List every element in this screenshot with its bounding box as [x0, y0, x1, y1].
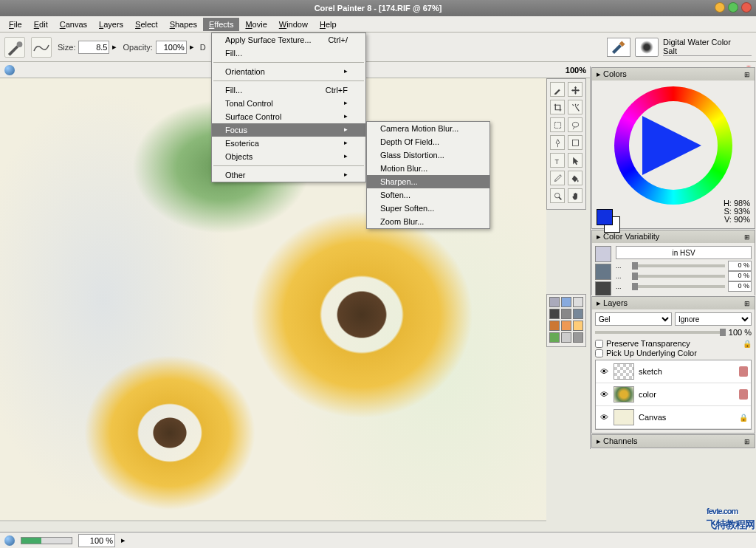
visibility-icon[interactable]: 👁 — [599, 367, 609, 376]
layer-item[interactable]: 👁color — [596, 383, 751, 406]
swatch[interactable] — [561, 321, 571, 331]
swatch[interactable] — [573, 332, 583, 343]
variability-swatch[interactable] — [595, 246, 611, 262]
swatch[interactable] — [573, 297, 583, 307]
effects-item[interactable]: Orientation — [212, 65, 365, 78]
layer-item[interactable]: 👁sketch — [596, 360, 751, 383]
channels-panel-header[interactable]: ▸ Channels ⊞ — [592, 435, 755, 448]
wand-tool[interactable] — [568, 100, 583, 114]
menu-file[interactable]: File — [3, 18, 28, 31]
variability-mode-select[interactable] — [616, 246, 752, 259]
variability-slider[interactable] — [632, 275, 725, 278]
effects-item[interactable]: Tonal Control — [212, 97, 365, 110]
foreground-background-swatches[interactable] — [597, 209, 613, 225]
panel-menu-icon[interactable]: ⊞ — [744, 438, 750, 445]
menu-canvas[interactable]: Canvas — [54, 18, 93, 31]
variability-slider[interactable] — [632, 264, 725, 267]
dropper-tool[interactable] — [550, 171, 565, 185]
close-button[interactable] — [741, 2, 752, 13]
focus-item[interactable]: Soften... — [367, 188, 489, 202]
focus-item[interactable]: Depth Of Field... — [367, 135, 489, 148]
brush-text[interactable]: Digital Water Color Salt — [663, 38, 752, 56]
maximize-button[interactable] — [728, 2, 738, 13]
focus-item[interactable]: Zoom Blur... — [367, 215, 489, 228]
focus-item[interactable]: Camera Motion Blur... — [367, 122, 489, 135]
variability-value[interactable]: 0 % — [728, 261, 752, 271]
bucket-tool[interactable] — [568, 171, 583, 185]
swatch[interactable] — [549, 309, 560, 319]
panel-menu-icon[interactable]: ⊞ — [744, 233, 750, 241]
effects-item[interactable]: Esoterica — [212, 137, 365, 150]
zoom-input[interactable] — [78, 534, 115, 547]
freehand-stroke-icon[interactable] — [31, 37, 52, 58]
focus-item[interactable]: Motion Blur... — [367, 162, 489, 175]
composite-method-select[interactable]: Ignore — [675, 312, 752, 326]
menu-shapes[interactable]: Shapes — [164, 18, 203, 31]
pickup-color-checkbox[interactable] — [595, 349, 603, 357]
effects-item[interactable]: Focus — [212, 123, 365, 137]
variability-swatch[interactable] — [595, 264, 611, 280]
move-tool[interactable] — [568, 82, 583, 97]
effects-item[interactable]: Other — [212, 168, 365, 182]
opacity-spinner-icon[interactable]: ▸ — [190, 42, 194, 52]
lasso-tool[interactable] — [568, 117, 583, 132]
menu-window[interactable]: Window — [273, 18, 314, 31]
focus-item[interactable]: Glass Distortion... — [367, 148, 489, 162]
shape-tool[interactable] — [568, 135, 583, 150]
swatch[interactable] — [549, 332, 560, 343]
menu-select[interactable]: Select — [129, 18, 164, 31]
hand-tool[interactable] — [568, 188, 583, 203]
effects-item[interactable]: Objects — [212, 150, 365, 163]
marquee-tool[interactable] — [550, 117, 565, 132]
brush-tool[interactable] — [550, 82, 565, 97]
focus-item[interactable]: Sharpen... — [367, 175, 489, 188]
foreground-color-swatch[interactable] — [597, 209, 613, 225]
layer-item[interactable]: 👁Canvas🔒 — [596, 406, 751, 429]
menu-effects[interactable]: Effects — [203, 18, 239, 31]
layer-mask-icon[interactable] — [739, 366, 748, 377]
pen-tool[interactable] — [550, 135, 565, 150]
preserve-transparency-checkbox[interactable] — [595, 340, 603, 348]
size-spinner-icon[interactable]: ▸ — [112, 42, 117, 52]
size-input[interactable] — [78, 41, 109, 54]
effects-item[interactable]: Surface Control — [212, 110, 365, 123]
minimize-button[interactable] — [715, 2, 725, 13]
layer-opacity-slider[interactable] — [595, 331, 726, 334]
effects-item[interactable]: Fill... — [212, 47, 365, 60]
swatch[interactable] — [561, 309, 571, 319]
zoom-tool[interactable] — [550, 188, 565, 203]
crop-tool[interactable] — [550, 100, 565, 114]
layer-opacity-value[interactable]: 100 % — [729, 328, 752, 337]
swatch[interactable] — [561, 297, 571, 307]
color-triangle[interactable] — [642, 116, 701, 175]
colors-panel-header[interactable]: ▸ Colors ⊞ — [592, 68, 755, 81]
blend-mode-select[interactable]: Gel — [595, 312, 672, 326]
panel-menu-icon[interactable]: ⊞ — [744, 71, 750, 78]
layers-panel-header[interactable]: ▸ Layers ⊞ — [592, 297, 755, 309]
swatch[interactable] — [549, 297, 560, 307]
menu-edit[interactable]: Edit — [28, 18, 54, 31]
focus-item[interactable]: Super Soften... — [367, 202, 489, 215]
pointer-tool[interactable] — [568, 153, 583, 168]
menu-help[interactable]: Help — [314, 18, 343, 31]
panel-menu-icon[interactable]: ⊞ — [744, 300, 750, 307]
swatch[interactable] — [549, 321, 560, 331]
variability-slider[interactable] — [632, 285, 725, 288]
opacity-input[interactable] — [156, 41, 187, 54]
zoom-spinner-icon[interactable]: ▸ — [121, 535, 126, 545]
color-wheel[interactable] — [614, 86, 732, 205]
effects-item[interactable]: Apply Surface Texture...Ctrl+/ — [212, 33, 365, 47]
layer-mask-icon[interactable] — [739, 389, 748, 400]
text-tool[interactable]: T — [550, 153, 565, 168]
brush-tool-icon[interactable] — [4, 37, 25, 58]
brush-variant-swatch[interactable] — [635, 38, 659, 57]
menu-layers[interactable]: Layers — [93, 18, 129, 31]
menu-movie[interactable]: Movie — [239, 18, 272, 31]
effects-item[interactable]: Fill...Ctrl+F — [212, 83, 365, 97]
visibility-icon[interactable]: 👁 — [599, 413, 609, 422]
variability-value[interactable]: 0 % — [728, 281, 752, 292]
lock-icon[interactable]: 🔒 — [743, 340, 752, 348]
brush-category-swatch[interactable] — [607, 38, 630, 57]
variability-value[interactable]: 0 % — [728, 271, 752, 281]
swatch[interactable] — [561, 332, 571, 343]
